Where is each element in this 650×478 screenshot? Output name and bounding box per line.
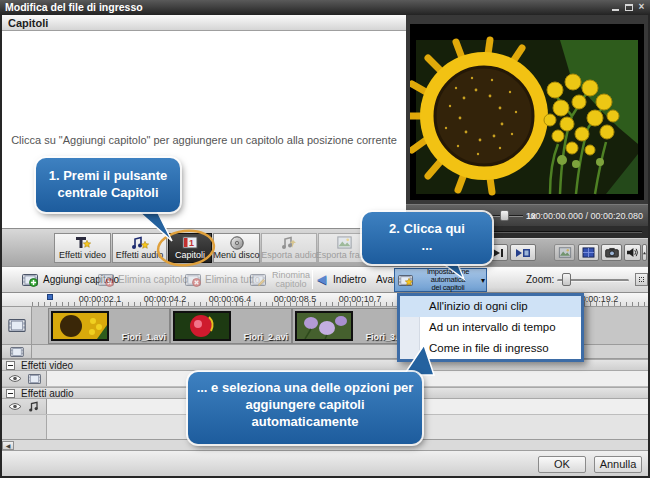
chapters-panel-title: Capitoli — [8, 17, 48, 29]
clip-thumbnail — [173, 311, 231, 341]
audio-effects-icon — [131, 235, 149, 250]
rename-chapter-button[interactable]: Rinomina capitolo — [268, 271, 314, 289]
delete-all-icon[interactable] — [185, 274, 202, 287]
toolbar-button-label: Effetti video — [59, 250, 106, 260]
close-button[interactable]: × — [635, 2, 648, 13]
ok-button[interactable]: OK — [538, 456, 586, 473]
timeline-clip[interactable]: Fiori_1.avi — [48, 308, 170, 344]
rename-chapter-icon[interactable] — [250, 274, 267, 287]
speed-slider-thumb[interactable] — [500, 210, 509, 221]
split-view-icon — [582, 247, 595, 258]
minimize-icon — [612, 9, 619, 11]
toolbar-button-label: Effetti audio — [116, 250, 163, 260]
back-button[interactable]: Indietro — [333, 274, 366, 285]
section-label: Effetti video — [21, 360, 73, 371]
audio-effect-icon — [28, 401, 40, 412]
add-chapter-icon[interactable] — [22, 274, 39, 287]
chapters-icon: 1 — [182, 235, 198, 250]
video-frame — [410, 24, 644, 200]
chapter-toolbar: Aggiungi capitolo Elimina capitolo Elimi… — [2, 266, 648, 293]
clip-name: Fiori_2.avi — [243, 332, 288, 342]
clip-name: Fiori_1.avi — [121, 332, 166, 342]
split-view-button[interactable] — [578, 244, 599, 261]
main-toolbar: Effetti video Effetti audio 1 Capitoli M… — [2, 228, 406, 266]
toolbar-audio-effects-button[interactable]: Effetti audio — [112, 233, 167, 263]
toolbar-button-label: Capitoli — [175, 250, 205, 260]
timeline-zoom-slider-thumb[interactable] — [562, 273, 571, 286]
volume-button[interactable] — [624, 244, 641, 261]
toolbar-button-label: Esporta audio — [261, 250, 317, 260]
speaker-icon — [626, 247, 639, 258]
clip-thumbnail — [51, 311, 109, 341]
video-track-icon — [8, 319, 26, 332]
maximize-icon — [625, 4, 633, 11]
maximize-button[interactable] — [622, 2, 635, 13]
toolbar-export-audio-button[interactable]: Esporta audio — [261, 233, 317, 263]
delete-chapter-button[interactable]: Elimina capitolo — [118, 274, 188, 285]
audio-effects-row-header — [2, 399, 47, 414]
toolbar-disc-menu-button[interactable]: Menù disco — [213, 233, 260, 263]
titlebar: Modifica del file di ingresso × — [0, 0, 650, 15]
clip-thumbnail — [295, 311, 353, 341]
auto-chapters-label-line2: dei capitoli — [431, 283, 464, 292]
callout-step3-text: ... e seleziona una delle opzioni per ag… — [197, 380, 414, 429]
next-frame-icon — [491, 248, 504, 258]
auto-chapters-label: Impostazione automatica dei capitoli — [415, 268, 481, 292]
minimize-button[interactable] — [609, 2, 622, 13]
disc-icon — [230, 235, 244, 250]
chapters-hint-message: Clicca su "Aggiungi capitolo" per aggiun… — [2, 134, 406, 146]
collapse-icon[interactable] — [6, 361, 15, 370]
callout-step1-line2: centrale Capitoli — [57, 185, 158, 200]
window-title: Modifica del file di ingresso — [5, 1, 143, 13]
timeline-clip[interactable]: Fiori_2.avi — [170, 308, 292, 344]
video-effects-icon — [74, 235, 92, 250]
toolbar-separator — [312, 270, 313, 289]
collapse-icon[interactable] — [6, 389, 15, 398]
toolbar-video-effects-button[interactable]: Effetti video — [54, 233, 111, 263]
visibility-eye-icon[interactable] — [8, 402, 22, 411]
callout-step3: ... e seleziona una delle opzioni per ag… — [188, 372, 422, 444]
callout-step2-line1: 2. Clicca qui — [389, 221, 465, 236]
back-arrow-icon[interactable]: ◀ — [317, 272, 326, 286]
zoom-fit-button[interactable] — [635, 273, 648, 286]
transition-track-header — [2, 345, 32, 358]
sunflower-video-still — [410, 24, 644, 200]
transition-track-icon — [10, 347, 24, 357]
visibility-eye-icon[interactable] — [8, 374, 22, 383]
export-video-icon — [558, 247, 572, 258]
video-track-header — [2, 307, 32, 344]
section-label: Effetti audio — [21, 388, 74, 399]
dialog-footer: OK Annulla — [2, 450, 648, 476]
timeline-empty-header-cell — [2, 415, 47, 439]
export-audio-icon — [281, 235, 297, 250]
zoom-fit-icon — [639, 277, 644, 282]
play-through-icon — [515, 248, 531, 258]
video-effects-row-header — [2, 371, 47, 386]
auto-chapters-label-line1: Impostazione automatica — [427, 267, 469, 284]
play-through-button[interactable] — [510, 244, 536, 261]
menu-item-start-of-each-clip[interactable]: All'inizio di ogni clip — [400, 296, 581, 317]
time-display: 00:00:00.000 / 00:00:20.080 — [530, 211, 643, 221]
snapshot-button[interactable] — [601, 244, 622, 261]
callout-step1: 1. Premi il pulsante centrale Capitoli — [36, 158, 180, 212]
cancel-button[interactable]: Annulla — [594, 456, 642, 473]
delete-chapter-icon[interactable] — [98, 274, 115, 287]
menu-item-as-in-input-file[interactable]: Come in file di ingresso — [400, 338, 581, 359]
toolbar-chapters-button[interactable]: 1 Capitoli — [168, 233, 212, 263]
timeline-clip[interactable]: Fiori_3.avi — [292, 308, 414, 344]
toolbar-button-label: Menù disco — [213, 250, 259, 260]
zoom-label: Zoom: — [526, 274, 554, 285]
export-video-button[interactable] — [554, 244, 575, 261]
callout-step2: 2. Clicca qui ... — [362, 212, 492, 264]
camera-icon — [605, 247, 619, 258]
close-icon: × — [639, 1, 645, 12]
menu-item-time-interval[interactable]: Ad un intervallo di tempo — [400, 317, 581, 338]
volume-popup-arrow-icon — [643, 251, 646, 255]
edit-input-file-window: Modifica del file di ingresso × Capitoli… — [0, 0, 650, 478]
volume-popup-button[interactable] — [642, 244, 647, 261]
video-effect-icon — [28, 374, 41, 384]
auto-chapters-icon — [398, 274, 413, 287]
auto-chapters-button[interactable]: Impostazione automatica dei capitoli ▾ — [394, 268, 487, 292]
playhead-marker[interactable] — [47, 294, 53, 300]
scroll-left-button[interactable]: ◀ — [2, 441, 14, 450]
